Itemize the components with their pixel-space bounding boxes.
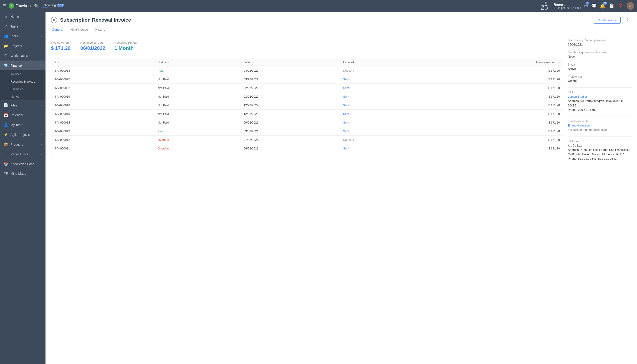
col-number[interactable]: # ∨ [51,58,154,66]
cell-emailed[interactable]: Sent [340,127,422,135]
info-status: Status Active [568,63,632,71]
hamburger-icon[interactable]: ☰ [3,4,6,8]
sidebar-item-workspaces[interactable]: ⬡ Workspaces [0,51,46,60]
search-icon[interactable]: 🔍 [34,4,39,8]
sidebar-item-calendar[interactable]: 📅 Calendar [0,110,46,120]
logo: ✓ Flowlu [9,3,27,9]
topbar-report: Report 01:45 pm - 02:45 pm + [554,2,581,10]
cell-emailed[interactable]: Sent [340,84,422,92]
cell-date: 09/08/2021 [240,127,340,135]
chevron-right-icon: › [41,153,42,156]
cell-id[interactable]: INV-000013 [51,127,154,135]
table-row: INV-000018 Not Paid 12/22/2022 Sent $ 17… [51,101,563,110]
stat-recurring-period: Recurring Period 1 Month [114,41,137,51]
cell-id[interactable]: INV-000019 [51,92,154,101]
sidebar-item-home[interactable]: ⌂ Home [0,12,46,22]
cell-emailed[interactable]: Sent [340,118,422,127]
sidebar-item-recurring-invoices[interactable]: Recurring Invoices [0,78,46,85]
cell-id[interactable]: INV-000014 [51,118,154,127]
add-button[interactable]: + [29,4,32,9]
cell-emailed[interactable]: Sent [340,110,422,118]
myteam-icon: 👤 [4,122,8,127]
right-panel: Start Issuing Recurring Invoices 05/01/2… [568,39,632,360]
cell-amount: $ 171.20 [422,84,563,92]
sidebar-item-agile[interactable]: ⚡ Agile Projects › [0,130,46,140]
chat-button[interactable]: 💬 [591,3,597,9]
sidebar-item-products[interactable]: 📦 Products › [0,140,46,149]
files-icon: 📄 [4,103,8,108]
cell-id[interactable]: INV-000012 [51,135,154,144]
invoices-table: # ∨ Status ∨ Date ∨ Emailed Invoice Amou… [51,58,563,153]
sidebar-item-money[interactable]: Money [0,93,46,100]
messages-button[interactable]: 📋 [609,3,614,9]
sidebar-item-files[interactable]: 📄 Files › [0,100,46,110]
col-status[interactable]: Status ∨ [154,58,240,66]
cell-id[interactable]: INV-000015 [51,110,154,118]
divider [568,87,632,88]
cell-amount: $ 171.20 [422,101,563,110]
info-email-recipients: Email Recipients Emma Anderson hello@lem… [568,120,632,132]
cell-date: 09/22/2021 [240,118,340,127]
cell-id[interactable]: INV-000011 [51,144,154,153]
content-area: Invoice Amount $ 171.20 Next Invoice Dat… [46,34,637,364]
help-button[interactable]: ❓ [618,3,623,9]
create-invoice-button[interactable]: Create Invoice [594,16,620,24]
sidebar-item-finance[interactable]: 💎 Finance ∨ [0,60,46,70]
col-date[interactable]: Date ∨ [240,58,340,66]
close-button[interactable]: ✕ [51,17,57,23]
cell-status: Overdue [154,144,240,153]
avatar[interactable]: A [626,2,634,10]
cell-date: 02/22/2022 [240,84,340,92]
sidebar-item-mindmaps[interactable]: 🗺 Mind Maps [0,169,46,178]
cell-emailed[interactable]: Sent [340,101,422,110]
table-row: INV-000011 Overdue 06/22/2021 Sent $ 171… [51,144,563,153]
cell-date: 12/22/2022 [240,101,340,110]
cell-amount: $ 171.20 [422,135,563,144]
sidebar-item-projects[interactable]: 📁 Projects › [0,41,46,51]
cell-id[interactable]: INV-000018 [51,101,154,110]
sidebar-item-knowledge[interactable]: 📚 Knowledge Base [0,159,46,169]
add-report-icon[interactable]: + [580,6,581,10]
cell-status: Not Paid [154,92,240,101]
cell-id[interactable]: INV-000038 [51,66,154,75]
onboarding-fill [42,8,48,8]
col-emailed: Emailed [340,58,422,66]
tab-general[interactable]: General [51,26,64,34]
sidebar-item-tasks[interactable]: ✓ Tasks [0,22,46,31]
more-options-icon[interactable]: ⋮ [623,16,632,24]
col-amount[interactable]: Invoice Amount ∨ [422,58,563,66]
sidebar-item-recordlists[interactable]: ☰ Record Lists › [0,149,46,159]
table-row: INV-000012 Overdue 07/22/2021 Not sent $… [51,135,563,144]
sidebar-item-myteam[interactable]: 👤 My Team [0,120,46,130]
logo-icon: ✓ [9,3,14,9]
cell-emailed[interactable]: Sent [340,92,422,101]
table-row: INV-000022 Not Paid 02/22/2022 Sent $ 17… [51,84,563,92]
cell-emailed: Not sent [340,66,422,75]
tasks-icon: ✓ [4,24,8,28]
cell-id[interactable]: INV-000025 [51,75,154,84]
sidebar-item-crm[interactable]: 👥 CRM › [0,31,46,41]
tab-history[interactable]: History [94,26,106,34]
tab-next-invoice[interactable]: Next Invoice [70,26,89,34]
bell-button[interactable]: 🔔 27 [600,3,606,9]
info-bill-to: Bill to Lemon Studios Address: 68 North … [568,91,632,112]
recordlists-icon: ☰ [4,152,8,156]
sidebar-item-invoices[interactable]: Invoices [0,70,46,78]
app-body: ⌂ Home ✓ Tasks 👥 CRM › 📁 Projects › ⬡ Wo… [0,12,637,364]
cell-emailed[interactable]: Sent [340,144,422,153]
cell-id[interactable]: INV-000022 [51,84,154,92]
topbar: ☰ ✓ Flowlu + 🔍 Onboarding 5/13 Thu 25 Re… [0,0,637,12]
cell-status: Not Paid [154,84,240,92]
table-row: INV-000015 Not Paid 12/01/2022 Sent $ 17… [51,110,563,118]
cell-status: Overdue [154,135,240,144]
table-row: INV-000019 Not Paid 01/22/2022 Sent $ 17… [51,92,563,101]
mail-button[interactable]: ✉ 9 [584,3,588,9]
sidebar-item-estimates[interactable]: Estimates [0,85,46,93]
modal-header: ✕ Subscription Renewal Invoice Create In… [46,12,637,24]
home-icon: ⌂ [4,14,8,19]
cell-date: 06/22/2021 [240,144,340,153]
cell-amount: $ 171.20 [422,92,563,101]
chevron-right-icon: › [41,133,42,136]
cell-emailed[interactable]: Sent [340,75,422,84]
finance-icon: 💎 [4,63,8,68]
